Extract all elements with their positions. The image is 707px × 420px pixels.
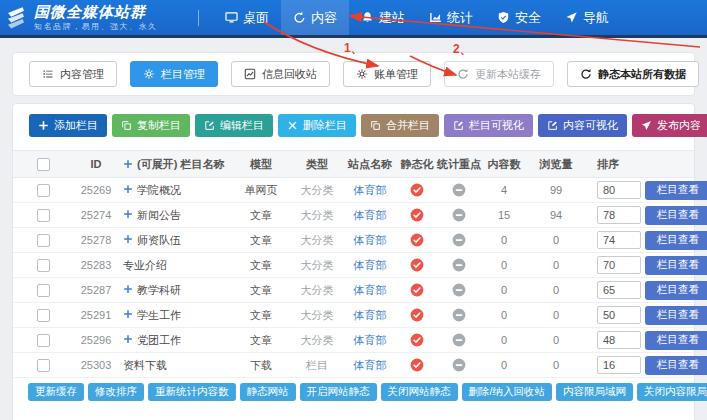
update-cache-button[interactable]: 更新缓存 (28, 383, 84, 401)
row-checkbox[interactable] (37, 334, 50, 347)
edit-column-button[interactable]: 编辑栏目 (195, 114, 273, 137)
static-toggle[interactable] (410, 308, 424, 322)
expand-toggle[interactable] (123, 334, 137, 346)
sort-input[interactable] (597, 331, 641, 349)
select-all-checkbox[interactable] (37, 158, 50, 171)
column-name-link[interactable]: 教学科研 (137, 283, 181, 298)
stat-focus-toggle[interactable] (452, 358, 466, 372)
disable-content-lan-only-button[interactable]: 关闭内容限局域网 (637, 383, 707, 401)
col-sort: 排序 (585, 157, 645, 172)
site-name-link[interactable]: 体育部 (343, 308, 397, 323)
site-name-link[interactable]: 体育部 (343, 333, 397, 348)
nav-item-site-build[interactable]: 建站 (349, 0, 417, 35)
column-view-button[interactable]: 栏目查看 (645, 181, 707, 200)
stat-focus-toggle[interactable] (452, 208, 466, 222)
static-toggle[interactable] (410, 283, 424, 297)
list-icon (42, 68, 54, 80)
stat-focus-toggle[interactable] (452, 283, 466, 297)
expand-toggle[interactable] (123, 209, 137, 221)
info-recycle-bin-button[interactable]: 信息回收站 (231, 61, 330, 87)
delete-column-button[interactable]: 删除栏目 (278, 114, 356, 137)
stat-focus-toggle[interactable] (452, 308, 466, 322)
static-toggle[interactable] (410, 258, 424, 272)
refresh-icon (580, 68, 592, 80)
column-view-button[interactable]: 栏目查看 (645, 306, 707, 325)
column-name-link[interactable]: 师资队伍 (137, 233, 181, 248)
content-lan-only-button[interactable]: 内容限局域网 (556, 383, 633, 401)
static-toggle[interactable] (410, 358, 424, 372)
column-view-button[interactable]: 栏目查看 (645, 256, 707, 275)
stat-focus-toggle[interactable] (452, 233, 466, 247)
row-checkbox[interactable] (37, 359, 50, 372)
site-name-link[interactable]: 体育部 (343, 183, 397, 198)
bell-icon (361, 11, 374, 24)
column-visualization-button[interactable]: 栏目可视化 (444, 114, 533, 137)
column-name-link[interactable]: 专业介绍 (123, 258, 167, 273)
nav-item-desktop[interactable]: 桌面 (213, 0, 281, 35)
delete-to-recycle-button[interactable]: 删除/纳入回收站 (462, 383, 552, 401)
site-name-link[interactable]: 体育部 (343, 233, 397, 248)
static-site-button[interactable]: 静态网站 (240, 383, 296, 401)
sort-input[interactable] (597, 281, 641, 299)
copy-column-button[interactable]: 复制栏目 (112, 114, 190, 137)
row-checkbox[interactable] (37, 309, 50, 322)
static-toggle[interactable] (410, 333, 424, 347)
site-name-link[interactable]: 体育部 (343, 208, 397, 223)
stat-focus-toggle[interactable] (452, 333, 466, 347)
stat-focus-toggle[interactable] (452, 258, 466, 272)
nav-item-statistics[interactable]: 统计 (417, 0, 485, 35)
site-name-link[interactable]: 体育部 (343, 283, 397, 298)
column-name-link[interactable]: 党团工作 (137, 333, 181, 348)
button-label: 账单管理 (374, 67, 418, 82)
sort-input[interactable] (597, 256, 641, 274)
column-name-link[interactable]: 新闻公告 (137, 208, 181, 223)
column-name-link[interactable]: 资料下载 (123, 358, 167, 373)
sort-input[interactable] (597, 206, 641, 224)
site-name-link[interactable]: 体育部 (343, 258, 397, 273)
content-management-button[interactable]: 内容管理 (29, 61, 117, 87)
disable-site-static-button[interactable]: 关闭网站静态 (381, 383, 458, 401)
column-name-link[interactable]: 学生工作 (137, 308, 181, 323)
bill-management-button[interactable]: 账单管理 (343, 61, 431, 87)
sort-input[interactable] (597, 231, 641, 249)
update-site-cache-button[interactable]: 更新本站缓存 (444, 61, 554, 87)
column-view-button[interactable]: 栏目查看 (645, 331, 707, 350)
expand-toggle[interactable] (123, 309, 137, 321)
publish-content-button[interactable]: 发布内容 (632, 114, 707, 137)
column-view-button[interactable]: 栏目查看 (645, 281, 707, 300)
row-checkbox[interactable] (37, 184, 50, 197)
stat-focus-toggle[interactable] (452, 183, 466, 197)
static-toggle[interactable] (410, 208, 424, 222)
modify-sort-button[interactable]: 修改排序 (88, 383, 144, 401)
add-column-button[interactable]: 添加栏目 (29, 114, 107, 137)
enable-site-static-button[interactable]: 开启网站静态 (300, 383, 377, 401)
expand-toggle[interactable] (123, 284, 137, 296)
content-visualization-button[interactable]: 内容可视化 (538, 114, 627, 137)
merge-column-button[interactable]: 合并栏目 (361, 114, 439, 137)
minus-circle-icon (452, 258, 466, 272)
static-toggle[interactable] (410, 233, 424, 247)
row-checkbox[interactable] (37, 284, 50, 297)
app-logo[interactable]: 国微全媒体站群 知名品牌，易用、强大、永久 (0, 0, 196, 35)
nav-item-content[interactable]: 内容 (281, 0, 349, 35)
recount-contents-button[interactable]: 重新统计内容数 (148, 383, 236, 401)
static-all-site-data-button[interactable]: 静态本站所有数据 (567, 61, 699, 87)
column-name-link[interactable]: 学院概况 (137, 183, 181, 198)
sort-input[interactable] (597, 306, 641, 324)
button-label: 内容可视化 (563, 118, 618, 133)
sort-input[interactable] (597, 181, 641, 199)
column-view-button[interactable]: 栏目查看 (645, 356, 707, 375)
nav-item-security[interactable]: 安全 (485, 0, 553, 35)
static-toggle[interactable] (410, 183, 424, 197)
sort-input[interactable] (597, 356, 641, 374)
expand-toggle[interactable] (123, 184, 137, 196)
nav-item-navigation[interactable]: 导航 (553, 0, 621, 35)
expand-toggle[interactable] (123, 234, 137, 246)
column-management-button[interactable]: 栏目管理 (130, 61, 218, 87)
row-checkbox[interactable] (37, 209, 50, 222)
site-name-link[interactable]: 体育部 (343, 358, 397, 373)
column-view-button[interactable]: 栏目查看 (645, 231, 707, 250)
column-view-button[interactable]: 栏目查看 (645, 206, 707, 225)
row-checkbox[interactable] (37, 234, 50, 247)
row-checkbox[interactable] (37, 259, 50, 272)
